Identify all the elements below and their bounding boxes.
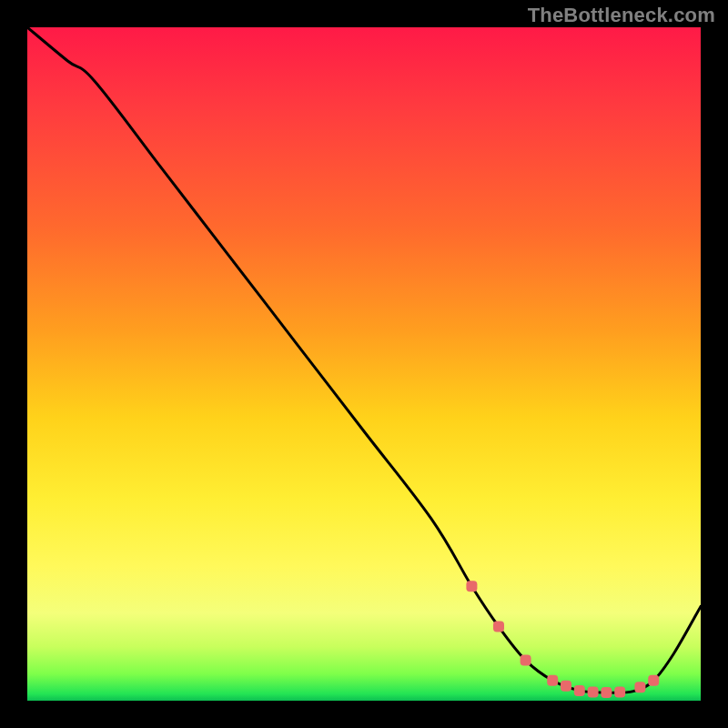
min-band-marker <box>634 682 645 693</box>
min-band-marker <box>648 675 659 686</box>
min-band-marker <box>614 686 625 697</box>
curve-layer <box>27 27 701 693</box>
plot-area <box>27 27 701 701</box>
min-band-markers <box>466 581 659 698</box>
watermark-text: TheBottleneck.com <box>528 4 715 27</box>
min-band-marker <box>588 686 599 697</box>
min-band-marker <box>574 685 585 696</box>
min-band-marker <box>601 687 612 698</box>
min-band-marker <box>466 581 477 592</box>
chart-frame: TheBottleneck.com <box>0 0 728 728</box>
min-band-marker <box>547 675 558 686</box>
curve-line <box>27 27 701 693</box>
min-band-marker <box>521 655 531 666</box>
min-band-marker <box>561 681 571 692</box>
chart-svg <box>27 27 701 701</box>
min-band-marker <box>493 622 504 632</box>
